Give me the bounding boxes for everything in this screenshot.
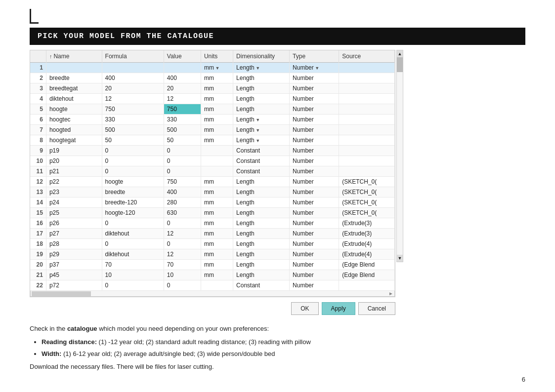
cell-units[interactable]: mm ▼ [201,63,233,73]
cell-value[interactable]: 0 [164,239,201,249]
cell-dimensionality[interactable]: Length ▼ [233,135,290,146]
cell-formula[interactable]: 0 [102,280,164,291]
cell-units[interactable]: mm [201,115,233,125]
cell-dimensionality[interactable]: Length [233,270,290,280]
cell-name[interactable]: p21 [46,166,102,177]
cell-type[interactable]: Number [290,280,339,291]
cell-value[interactable]: 0 [164,156,201,166]
cell-name[interactable]: p28 [46,239,102,249]
cell-units[interactable]: mm [201,260,233,270]
cell-name[interactable]: p37 [46,260,102,270]
horizontal-scrollbar-thumb[interactable] [32,291,91,296]
cell-value[interactable]: 280 [164,197,201,208]
cell-units[interactable]: mm [201,83,233,94]
cell-dimensionality[interactable]: Length [233,187,290,197]
cell-name[interactable]: breedtegat [46,83,102,94]
cancel-button[interactable]: Cancel [358,302,395,315]
cell-name[interactable]: hoogtegat [46,135,102,146]
dim-dropdown-arrow[interactable]: ▼ [255,66,260,71]
table-row[interactable]: 11p2100ConstantNumber [30,166,395,177]
cell-dimensionality[interactable]: Constant [233,146,290,156]
cell-type[interactable]: Number [290,260,339,270]
table-row[interactable]: 3breedtegat2020mmLengthNumber [30,83,395,94]
horizontal-scrollbar[interactable]: ► [30,291,395,297]
cell-name[interactable]: p72 [46,280,102,291]
cell-name[interactable]: hoogtec [46,115,102,125]
cell-value[interactable]: 0 [164,146,201,156]
table-row[interactable]: 13p23breedte400mmLengthNumber(SKETCH_0( [30,187,395,197]
cell-name[interactable]: p23 [46,187,102,197]
cell-value[interactable]: 12 [164,94,201,104]
cell-units[interactable] [201,146,233,156]
cell-name[interactable]: p26 [46,218,102,229]
cell-formula[interactable]: 12 [102,94,164,104]
cell-type[interactable]: Number [290,125,339,135]
cell-formula[interactable]: 0 [102,166,164,177]
cell-units[interactable]: mm [201,197,233,208]
table-row[interactable]: 12p22hoogte750mmLengthNumber(SKETCH_0( [30,177,395,187]
cell-name[interactable]: p20 [46,156,102,166]
table-row[interactable]: 5hoogte750750mmLengthNumber [30,104,395,115]
cell-value[interactable]: 500 [164,125,201,135]
cell-name[interactable]: breedte [46,73,102,83]
cell-value[interactable]: 630 [164,208,201,218]
cell-name[interactable]: diktehout [46,94,102,104]
cell-formula[interactable]: 50 [102,135,164,146]
cell-dimensionality[interactable]: Length [233,249,290,260]
cell-formula[interactable]: 0 [102,146,164,156]
table-row[interactable]: 9p1900ConstantNumber [30,146,395,156]
units-dropdown-arrow[interactable]: ▼ [214,66,219,71]
dim-dropdown-arrow[interactable]: ▼ [255,138,260,143]
table-row[interactable]: 17p27diktehout12mmLengthNumber(Extrude(3… [30,229,395,239]
cell-dimensionality[interactable]: Constant [233,280,290,291]
cell-units[interactable]: mm [201,73,233,83]
cell-type[interactable]: Number [290,146,339,156]
cell-value[interactable]: 12 [164,229,201,239]
col-name-header[interactable]: Name [46,50,102,63]
table-row[interactable]: 19p29diktehout12mmLengthNumber(Extrude(4… [30,249,395,260]
cell-units[interactable]: mm [201,249,233,260]
cell-type[interactable]: Number [290,156,339,166]
cell-formula[interactable] [102,63,164,73]
cell-value[interactable]: 0 [164,218,201,229]
cell-value[interactable]: 330 [164,115,201,125]
cell-dimensionality[interactable]: Length [233,239,290,249]
cell-name[interactable]: p19 [46,146,102,156]
cell-units[interactable]: mm [201,229,233,239]
cell-formula[interactable]: breedte [102,187,164,197]
table-row[interactable]: 1mm ▼Length ▼Number ▼ [30,63,395,73]
cell-type[interactable]: Number [290,83,339,94]
cell-dimensionality[interactable]: Length [233,104,290,115]
cell-name[interactable]: p27 [46,229,102,239]
cell-value[interactable]: 70 [164,260,201,270]
cell-units[interactable] [201,280,233,291]
cell-name[interactable] [46,63,102,73]
type-dropdown-arrow[interactable]: ▼ [314,66,319,71]
cell-name[interactable]: p22 [46,177,102,187]
cell-name[interactable]: p45 [46,270,102,280]
dim-dropdown-arrow[interactable]: ▼ [255,128,260,133]
cell-dimensionality[interactable]: Length [233,83,290,94]
cell-formula[interactable]: 20 [102,83,164,94]
cell-units[interactable]: mm [201,208,233,218]
cell-type[interactable]: Number [290,239,339,249]
cell-type[interactable]: Number [290,249,339,260]
cell-units[interactable]: mm [201,239,233,249]
cell-type[interactable]: Number [290,94,339,104]
cell-units[interactable]: mm [201,187,233,197]
table-row[interactable]: 10p2000ConstantNumber [30,156,395,166]
cell-formula[interactable]: hoogte [102,177,164,187]
cell-dimensionality[interactable]: Constant [233,166,290,177]
cell-formula[interactable]: 330 [102,115,164,125]
table-row[interactable]: 6hoogtec330330mmLength ▼Number [30,115,395,125]
cell-type[interactable]: Number [290,187,339,197]
cell-name[interactable]: hoogted [46,125,102,135]
apply-button[interactable]: Apply [322,302,355,315]
cell-value[interactable] [164,63,201,73]
cell-name[interactable]: p24 [46,197,102,208]
cell-type[interactable]: Number [290,177,339,187]
cell-type[interactable]: Number [290,115,339,125]
table-row[interactable]: 18p2800mmLengthNumber(Extrude(4) [30,239,395,249]
cell-formula[interactable]: 10 [102,270,164,280]
cell-dimensionality[interactable]: Constant [233,156,290,166]
